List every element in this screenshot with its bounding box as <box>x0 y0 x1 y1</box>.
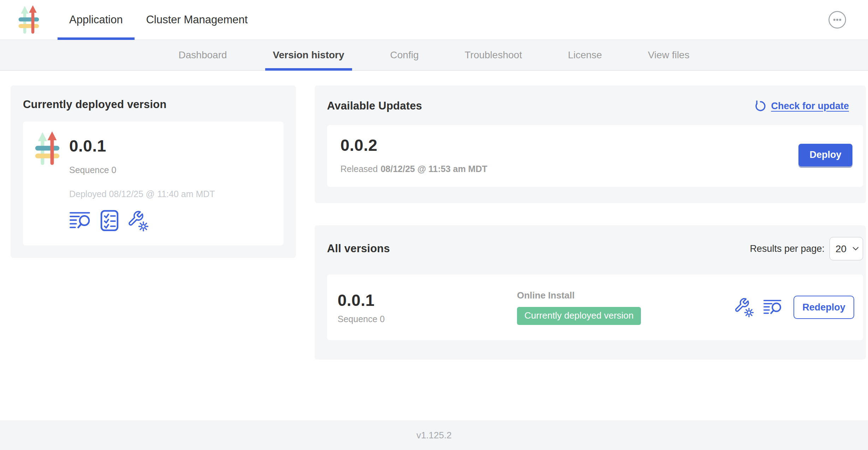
tab-dashboard-label: Dashboard <box>179 49 227 61</box>
tab-config[interactable]: Config <box>382 40 427 70</box>
tab-troubleshoot[interactable]: Troubleshoot <box>457 40 530 70</box>
status-badge: Currently deployed version <box>517 307 641 325</box>
deployed-timestamp: Deployed 08/12/25 @ 11:40 am MDT <box>69 189 215 199</box>
deployed-version-number: 0.0.1 <box>69 136 215 155</box>
tab-cluster-management[interactable]: Cluster Management <box>135 0 260 40</box>
tab-dashboard[interactable]: Dashboard <box>171 40 235 70</box>
row-sequence-label: Sequence 0 <box>338 314 517 324</box>
tab-version-history[interactable]: Version history <box>265 40 352 70</box>
tab-application-label: Application <box>69 13 123 26</box>
update-version-number: 0.0.2 <box>340 136 487 155</box>
currently-deployed-title: Currently deployed version <box>23 98 284 111</box>
app-subnav: Dashboard Version history Config Trouble… <box>0 40 868 71</box>
tab-config-label: Config <box>390 49 419 61</box>
deploy-logs-icon[interactable] <box>763 299 783 316</box>
app-logo-icon <box>35 131 60 166</box>
wrench-gear-config-icon[interactable] <box>127 210 148 231</box>
right-column: Available Updates Check for update 0.0.2… <box>315 85 866 360</box>
all-versions-title: All versions <box>327 242 390 255</box>
row-version-number: 0.0.1 <box>338 291 517 310</box>
results-per-page-select[interactable]: 20 <box>830 237 863 260</box>
deployed-version-panel: 0.0.1 Sequence 0 Deployed 08/12/25 @ 11:… <box>23 122 284 245</box>
tab-version-history-label: Version history <box>273 49 344 61</box>
tab-troubleshoot-label: Troubleshoot <box>465 49 522 61</box>
tab-application[interactable]: Application <box>58 0 135 40</box>
ellipsis-menu-icon[interactable] <box>828 11 846 29</box>
install-type-label: Online Install <box>517 290 641 301</box>
tab-cluster-management-label: Cluster Management <box>146 13 248 26</box>
check-for-update-link[interactable]: Check for update <box>754 100 849 112</box>
tab-license[interactable]: License <box>560 40 610 70</box>
console-version-label: v1.125.2 <box>416 430 452 441</box>
released-timestamp: 08/12/25 @ 11:53 am MDT <box>381 164 487 174</box>
released-prefix: Released <box>340 164 378 174</box>
wrench-gear-config-icon[interactable] <box>734 297 754 317</box>
version-row-actions: Redeploy <box>734 296 854 319</box>
version-row: 0.0.1 Sequence 0 Online Install Currentl… <box>327 274 863 340</box>
currently-deployed-card: Currently deployed version 0.0.1 Sequenc… <box>11 85 296 258</box>
tab-view-files-label: View files <box>648 49 690 61</box>
deploy-logs-icon[interactable] <box>69 211 92 230</box>
deployed-version-actions <box>69 210 215 231</box>
preflight-checks-icon[interactable] <box>100 210 119 231</box>
deploy-button[interactable]: Deploy <box>798 144 852 166</box>
update-released-line: Released08/12/25 @ 11:53 am MDT <box>340 164 487 174</box>
deployed-sequence-label: Sequence 0 <box>69 165 215 175</box>
all-versions-card: All versions Results per page: 20 0. <box>315 225 866 360</box>
check-for-update-label: Check for update <box>771 101 849 112</box>
app-logo-icon <box>0 0 58 40</box>
redeploy-button[interactable]: Redeploy <box>793 296 854 319</box>
tab-license-label: License <box>568 49 602 61</box>
refresh-icon <box>754 100 767 112</box>
tab-view-files[interactable]: View files <box>640 40 697 70</box>
footer: v1.125.2 <box>0 420 868 450</box>
results-per-page: Results per page: 20 <box>750 237 863 260</box>
available-update-row: 0.0.2 Released08/12/25 @ 11:53 am MDT De… <box>327 125 863 187</box>
top-nav: Application Cluster Management <box>0 0 868 40</box>
available-updates-card: Available Updates Check for update 0.0.2… <box>315 85 866 203</box>
results-per-page-label: Results per page: <box>750 243 825 254</box>
available-updates-title: Available Updates <box>327 100 422 112</box>
version-history-page: Currently deployed version 0.0.1 Sequenc… <box>0 71 868 420</box>
